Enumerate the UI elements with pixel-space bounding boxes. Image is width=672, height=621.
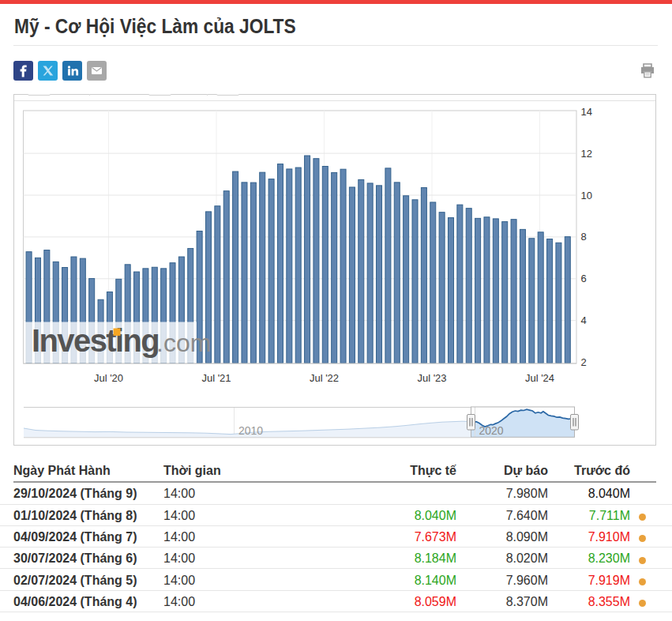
svg-text:Jul '22: Jul '22 — [310, 372, 339, 384]
svg-text:8: 8 — [581, 231, 587, 243]
svg-text:12: 12 — [581, 148, 592, 160]
svg-text:Jul '24: Jul '24 — [525, 372, 554, 384]
svg-text:Jul '20: Jul '20 — [94, 372, 123, 384]
svg-text:Jul '21: Jul '21 — [201, 372, 231, 384]
svg-text:Jul '23: Jul '23 — [417, 372, 446, 384]
svg-text:Investing: Investing — [32, 323, 159, 358]
svg-text:4: 4 — [581, 314, 587, 326]
svg-text:.com: .com — [156, 329, 211, 357]
svg-text:2: 2 — [581, 356, 587, 368]
svg-text:2020: 2020 — [479, 424, 504, 437]
svg-text:2010: 2010 — [238, 424, 263, 437]
svg-text:10: 10 — [581, 190, 592, 201]
svg-text:6: 6 — [581, 273, 587, 284]
svg-text:14: 14 — [581, 106, 592, 118]
